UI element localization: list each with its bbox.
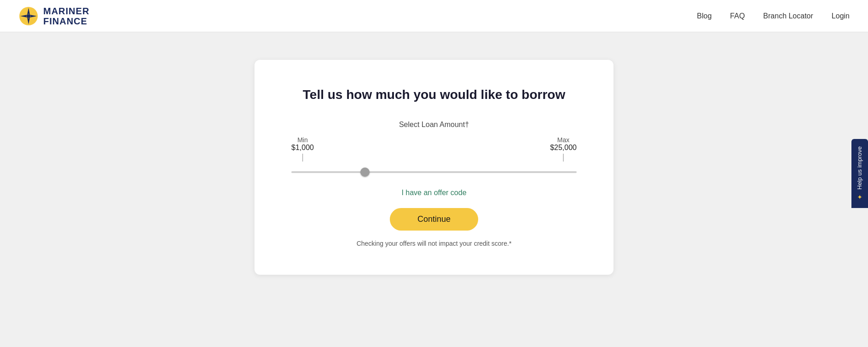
loan-amount-label: Select Loan Amount†: [399, 121, 469, 129]
feedback-label: Help us improve: [856, 146, 863, 190]
min-tick: |: [301, 153, 304, 161]
header: MARINER FINANCE Blog FAQ Branch Locator …: [0, 0, 868, 32]
nav-login[interactable]: Login: [832, 12, 850, 20]
min-label-text: Min: [297, 136, 308, 144]
nav-branch-locator[interactable]: Branch Locator: [763, 12, 813, 20]
logo-mariner: MARINER: [43, 6, 89, 16]
max-label-text: Max: [557, 136, 569, 144]
loan-range-labels: Min $1,000 | Max $25,000 |: [291, 136, 577, 161]
card-title: Tell us how much you would like to borro…: [303, 87, 565, 102]
logo-finance: FINANCE: [43, 16, 89, 26]
loan-card: Tell us how much you would like to borro…: [255, 60, 613, 275]
min-value: $1,000: [291, 144, 314, 152]
continue-button[interactable]: Continue: [390, 208, 478, 231]
offer-code-link[interactable]: I have an offer code: [401, 189, 466, 197]
max-tick: |: [562, 153, 565, 161]
logo[interactable]: MARINER FINANCE: [18, 6, 89, 26]
nav-blog[interactable]: Blog: [697, 12, 712, 20]
logo-text: MARINER FINANCE: [43, 6, 89, 26]
loan-selector: Select Loan Amount† Min $1,000 | Max $25…: [291, 121, 577, 247]
max-range-label: Max $25,000 |: [550, 136, 577, 161]
loan-amount-slider[interactable]: [291, 171, 577, 173]
disclaimer-text: Checking your offers will not impact you…: [357, 240, 512, 247]
max-value: $25,000: [550, 144, 577, 152]
feedback-star-icon: ✦: [856, 193, 863, 201]
nav-links: Blog FAQ Branch Locator Login: [697, 12, 850, 20]
svg-point-5: [27, 14, 30, 18]
logo-icon: [18, 6, 39, 26]
min-range-label: Min $1,000 |: [291, 136, 314, 161]
feedback-button[interactable]: ✦ Help us improve: [851, 139, 868, 208]
main-content: Tell us how much you would like to borro…: [0, 32, 868, 347]
slider-container: [291, 167, 577, 175]
nav-faq[interactable]: FAQ: [730, 12, 745, 20]
